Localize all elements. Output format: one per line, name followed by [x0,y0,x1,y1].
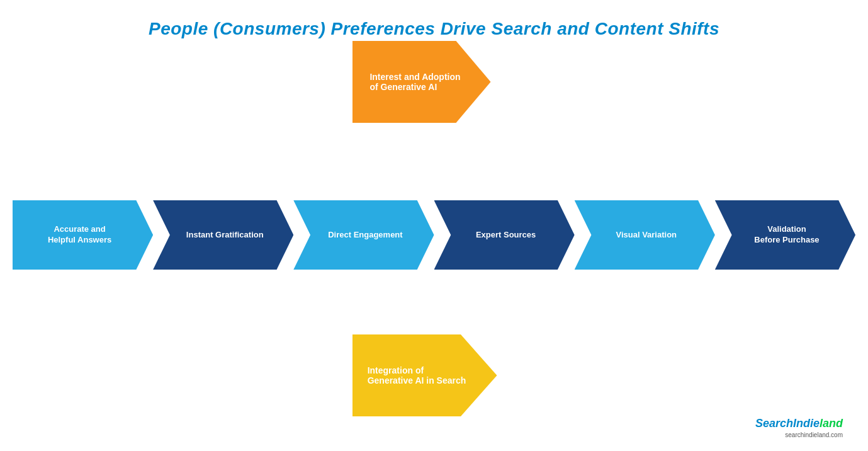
arrow-6: ValidationBefore Purchase [715,200,855,270]
logo-part1: Search [755,417,793,430]
page-title: People (Consumers) Preferences Drive Sea… [25,19,843,39]
logo-subtitle: searchindieland.com [785,431,843,438]
arrow-5-label: Visual Variation [616,230,677,241]
logo-text: SearchIndieland [755,417,843,430]
arrow-5: Visual Variation [575,200,715,270]
bottom-arrow-label: Integration ofGenerative AI in Search [368,365,466,385]
logo: SearchIndieland searchindieland.com [755,417,843,438]
arrow-4-label: Expert Sources [476,230,536,241]
logo-part3: land [820,417,843,430]
main-container: People (Consumers) Preferences Drive Sea… [0,0,868,451]
arrow-2: Instant Gratification [153,200,293,270]
top-arrow-body: Interest and Adoptionof Generative AI [352,41,491,123]
logo-part2: Indie [793,417,820,430]
top-arrow-label: Interest and Adoptionof Generative AI [369,72,460,92]
arrow-1-label: Accurate andHelpful Answers [48,224,111,246]
bottom-arrow-container: Integration ofGenerative AI in Search [352,334,497,416]
arrow-3: Direct Engagement [293,200,434,270]
arrow-1: Accurate andHelpful Answers [13,200,153,270]
arrow-3-label: Direct Engagement [328,230,402,241]
bottom-arrow-body: Integration ofGenerative AI in Search [352,334,497,416]
main-arrow-row: Accurate andHelpful Answers Instant Grat… [13,200,855,270]
top-arrow-container: Interest and Adoptionof Generative AI [352,41,491,123]
bottom-yellow-arrow: Integration ofGenerative AI in Search [352,334,497,416]
arrow-6-label: ValidationBefore Purchase [754,224,819,246]
arrow-2-label: Instant Gratification [186,230,264,241]
arrow-4: Expert Sources [434,200,575,270]
top-orange-arrow: Interest and Adoptionof Generative AI [352,41,491,123]
